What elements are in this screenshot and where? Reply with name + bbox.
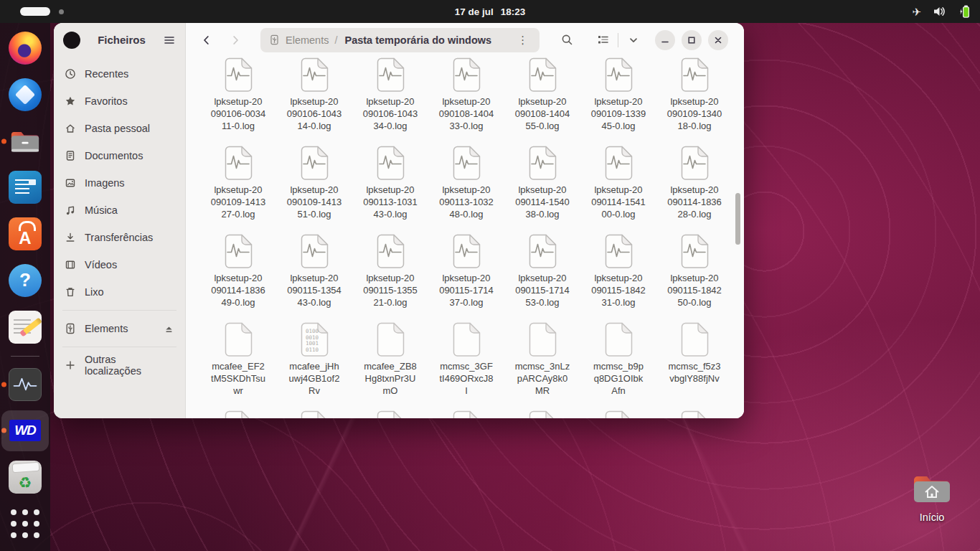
- plain-file-icon: [525, 322, 560, 357]
- search-icon: [561, 34, 573, 46]
- file-item[interactable]: 0100 0010 1001 0110 lpksetup-20 090106-1…: [276, 57, 352, 146]
- file-item[interactable]: 0100 0010 1001 0110 mcafee_ZB8 Hg8txnPr3…: [352, 322, 428, 410]
- dock-item-app-center[interactable]: A: [6, 215, 44, 253]
- dock-item-text-editor[interactable]: [6, 308, 44, 347]
- sidebar-item-label: Recentes: [85, 68, 128, 80]
- file-item[interactable]: 0100 0010 1001 0110 mcmsc_f5z3 vbglY88fj…: [656, 322, 732, 410]
- app-icon[interactable]: [63, 32, 80, 49]
- breadcrumb-current-folder[interactable]: Pasta temporária do windows: [344, 34, 491, 46]
- file-item[interactable]: 0100 0010 1001 0110: [656, 410, 732, 418]
- sidebar-item-pictures[interactable]: Imagens: [58, 169, 181, 197]
- clock[interactable]: 17 de jul 18:23: [455, 0, 526, 23]
- image-icon: [65, 177, 76, 189]
- breadcrumb-device[interactable]: Elements: [286, 34, 329, 46]
- file-item[interactable]: 0100 0010 1001 0110: [428, 410, 504, 418]
- file-item[interactable]: 0100 0010 1001 0110 mcafee_EF2 tM5SKDhTs…: [200, 322, 276, 410]
- file-item[interactable]: 0100 0010 1001 0110 mcafee_jHh uwj4GB1of…: [276, 322, 352, 410]
- file-item[interactable]: 0100 0010 1001 0110 lpksetup-20 090113-1…: [352, 146, 428, 234]
- running-indicator: [1, 138, 6, 143]
- file-item[interactable]: 0100 0010 1001 0110 lpksetup-20 090113-1…: [428, 146, 504, 234]
- path-menu-button[interactable]: ⋮: [514, 34, 531, 47]
- file-view[interactable]: 0100 0010 1001 0110 lpksetup-20 090106-0…: [186, 57, 744, 418]
- sidebar-item-starred[interactable]: Favoritos: [58, 88, 181, 115]
- file-item[interactable]: 0100 0010 1001 0110 lpksetup-20 090115-1…: [352, 234, 428, 322]
- file-item[interactable]: 0100 0010 1001 0110 lpksetup-20 090109-1…: [580, 57, 656, 146]
- file-item[interactable]: 0100 0010 1001 0110 lpksetup-20 090108-1…: [428, 57, 504, 146]
- main-menu-button[interactable]: [163, 34, 176, 47]
- breadcrumb[interactable]: Elements / Pasta temporária do windows ⋮: [260, 28, 540, 52]
- list-view-button[interactable]: [593, 30, 613, 50]
- dock-item-wd-software[interactable]: WD: [6, 412, 44, 451]
- plain-file-icon: [677, 410, 712, 418]
- sidebar-item-documents[interactable]: Documentos: [58, 142, 181, 169]
- plain-file-icon: [601, 322, 636, 357]
- sidebar-item-recents[interactable]: Recentes: [58, 60, 181, 88]
- plain-file-icon: [677, 322, 712, 357]
- workspace-active-pill[interactable]: [20, 7, 50, 16]
- log-file-icon: [221, 146, 255, 180]
- app-grid-icon: [11, 509, 39, 538]
- sidebar-item-trash[interactable]: Lixo: [58, 278, 181, 306]
- forward-button[interactable]: [226, 31, 245, 50]
- workspace-dot[interactable]: [59, 9, 64, 14]
- file-item[interactable]: 0100 0010 1001 0110 lpksetup-20 090115-1…: [580, 234, 656, 322]
- search-button[interactable]: [557, 30, 577, 50]
- eject-button[interactable]: [164, 324, 174, 334]
- file-item[interactable]: 0100 0010 1001 0110 lpksetup-20 090109-1…: [656, 57, 732, 146]
- file-item[interactable]: 0100 0010 1001 0110 lpksetup-20 090114-1…: [656, 146, 732, 234]
- file-item[interactable]: 0100 0010 1001 0110 lpksetup-20 090115-1…: [656, 234, 732, 322]
- dock-item-app-grid[interactable]: [6, 504, 44, 543]
- back-button[interactable]: [197, 31, 216, 50]
- dock-item-system-monitor[interactable]: [6, 365, 44, 404]
- scrollbar-thumb[interactable]: [735, 193, 740, 245]
- sidebar-item-other-locations[interactable]: Outras localizações: [58, 352, 181, 379]
- desktop-home-shortcut[interactable]: Início: [907, 471, 957, 523]
- file-item[interactable]: 0100 0010 1001 0110 lpksetup-20 090106-0…: [200, 57, 276, 146]
- window-controls: [655, 30, 728, 50]
- file-item[interactable]: 0100 0010 1001 0110 mcmsc_3GF tI469ORxcJ…: [428, 322, 504, 410]
- close-button[interactable]: [708, 30, 728, 50]
- dock-item-help[interactable]: ?: [6, 261, 44, 300]
- log-file-icon: [297, 146, 331, 180]
- sidebar-item-music[interactable]: Música: [58, 197, 181, 224]
- text-editor-icon: [9, 311, 42, 344]
- view-menu-button[interactable]: [623, 30, 644, 50]
- sidebar-item-videos[interactable]: Vídeos: [58, 251, 181, 278]
- sidebar-item-home[interactable]: Pasta pessoal: [58, 115, 181, 142]
- maximize-button[interactable]: [682, 30, 702, 50]
- file-item[interactable]: 0100 0010 1001 0110 lpksetup-20 090115-1…: [276, 234, 352, 322]
- dock: A ? WD ♻: [0, 23, 50, 551]
- divider: [618, 33, 618, 47]
- file-item[interactable]: 0100 0010 1001 0110 lpksetup-20 090106-1…: [352, 57, 428, 146]
- dock-item-files[interactable]: [6, 122, 44, 161]
- file-item[interactable]: 0100 0010 1001 0110: [504, 410, 580, 418]
- file-item[interactable]: 0100 0010 1001 0110 lpksetup-20 090115-1…: [504, 234, 580, 322]
- dock-item-libreoffice-writer[interactable]: [6, 168, 44, 207]
- file-item[interactable]: 0100 0010 1001 0110 mcmsc_3nLz pARCAy8k0…: [504, 322, 580, 410]
- running-indicator: [1, 382, 6, 387]
- sidebar-item-elements-drive[interactable]: Elements: [58, 315, 181, 342]
- svg-text:0110: 0110: [306, 347, 319, 353]
- file-item[interactable]: 0100 0010 1001 0110 lpksetup-20 090109-1…: [276, 146, 352, 234]
- dock-item-thunderbird[interactable]: [6, 75, 44, 114]
- dock-item-firefox[interactable]: [6, 29, 44, 67]
- sidebar-item-downloads[interactable]: Transferências: [58, 224, 181, 251]
- file-item[interactable]: 0100 0010 1001 0110: [200, 410, 276, 418]
- file-item[interactable]: 0100 0010 1001 0110 mcmsc_b9p q8DG1OIbk …: [580, 322, 656, 410]
- file-item[interactable]: 0100 0010 1001 0110 lpksetup-20 090109-1…: [200, 146, 276, 234]
- file-item[interactable]: 0100 0010 1001 0110 lpksetup-20 090114-1…: [580, 146, 656, 234]
- file-name: lpksetup-20 090114-1836 49-0.log: [211, 272, 265, 309]
- file-item[interactable]: 0100 0010 1001 0110: [276, 410, 352, 418]
- file-item[interactable]: 0100 0010 1001 0110 lpksetup-20 090114-1…: [504, 146, 580, 234]
- file-item[interactable]: 0100 0010 1001 0110 lpksetup-20 090114-1…: [200, 234, 276, 322]
- file-item[interactable]: 0100 0010 1001 0110: [352, 410, 428, 418]
- file-name: mcmsc_b9p q8DG1OIbk Afn: [593, 360, 644, 397]
- system-status-area[interactable]: ✈: [912, 0, 971, 23]
- minimize-button[interactable]: [655, 30, 675, 50]
- log-file-icon: [449, 57, 484, 92]
- file-item[interactable]: 0100 0010 1001 0110 lpksetup-20 090108-1…: [504, 57, 580, 146]
- headerbar: Elements / Pasta temporária do windows ⋮: [186, 23, 744, 57]
- file-item[interactable]: 0100 0010 1001 0110: [580, 410, 656, 418]
- file-item[interactable]: 0100 0010 1001 0110 lpksetup-20 090115-1…: [428, 234, 504, 322]
- dock-item-trash[interactable]: ♻: [6, 458, 44, 496]
